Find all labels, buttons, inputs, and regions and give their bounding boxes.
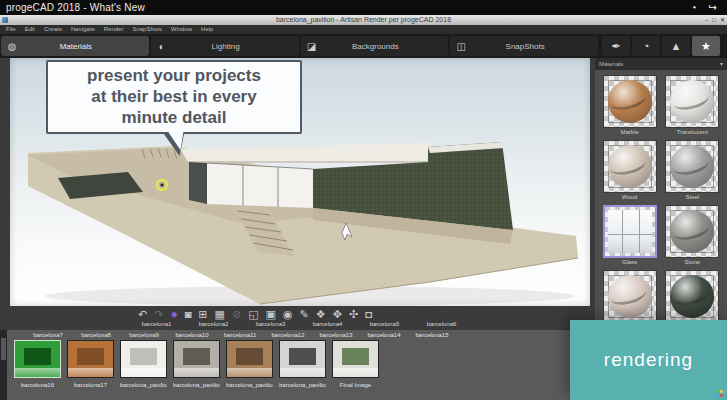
toolbar-label: barcelona3 [242,321,299,329]
filmstrip-scrollbar[interactable] [0,330,7,400]
video-topbar: progeCAD 2018 - What's New ◔ ↪ [0,0,727,15]
rendering-caption-label: rendering [604,349,693,371]
bubble-line: at their best in every [48,86,300,107]
bubble-line: present your projects [48,65,300,86]
speech-bubble: present your projects at their best in e… [46,60,302,134]
tab-snapshots[interactable]: ◫ SnapShots [450,36,598,56]
material-sphere [670,80,714,123]
walk-icon[interactable]: ❖ [316,307,326,321]
snapshot-thumb[interactable] [332,340,379,378]
snapshot-name: barcelona7 [24,332,72,340]
snapshot-name: barcelona17 [67,382,114,391]
snapshot-thumb[interactable] [279,340,326,378]
pan-icon[interactable]: ✣ [349,307,358,321]
menu-bar: File Edit Create Navigate Render SnapSho… [0,25,727,34]
materials-header-label: Materials [599,58,720,70]
materials-tab-icon: ◍ [1,41,23,52]
favorites-button[interactable]: ★ [692,36,720,56]
grid-small-icon[interactable]: ⊞ [198,307,207,321]
material-item[interactable]: Steel [664,140,720,202]
menu-edit[interactable]: Edit [25,25,35,34]
timer-button[interactable]: ◔ [632,36,660,56]
minimize-button[interactable]: – [705,15,708,25]
chevron-down-icon: ▾ [720,58,723,70]
tab-label: SnapShots [472,42,598,51]
material-label: Stone [664,258,720,267]
toolbar-label: barcelona2 [185,321,242,329]
material-label: Marble [602,128,658,137]
menu-window[interactable]: Window [171,25,192,34]
toolbar-label: barcelona1 [128,321,185,329]
snapshot-thumb[interactable] [173,340,220,378]
material-sphere [670,145,714,188]
render-viewport[interactable]: present your projects at their best in e… [10,58,590,306]
maximize-button[interactable]: □ [712,15,716,25]
tab-label: Materials [23,42,149,51]
copy-view-icon[interactable]: ◱ [248,307,258,321]
menu-create[interactable]: Create [44,25,62,34]
snapshot-name: barcelona_pavilion2 [173,382,220,391]
materials-icon[interactable]: ● [170,307,177,321]
snapshot-thumb[interactable] [120,340,167,378]
snapshot-name: barcelona10 [168,332,216,340]
material-item[interactable]: Translucent [664,75,720,137]
material-sphere [670,210,714,253]
tab-backgrounds[interactable]: ◪ Backgrounds [301,36,449,56]
snapshot-name: barcelona8 [72,332,120,340]
tab-lighting[interactable]: ◐ Lighting [151,36,299,56]
brush-button[interactable]: ✒ [602,36,630,56]
material-sphere [670,275,714,318]
watermark-logo-icon [716,390,724,398]
material-item[interactable]: Stone [664,205,720,267]
tab-label: Backgrounds [323,42,449,51]
material-item[interactable]: Marble [602,75,658,137]
material-glass-pane [608,210,652,253]
snapshot-name: barcelona15 [408,332,456,340]
material-label: Glass [602,258,658,267]
tabbar-actions: ✒ ◔ ▲ ★ [599,34,727,58]
redo-icon[interactable]: ↷ [154,307,163,321]
scrollbar-thumb[interactable] [1,338,6,360]
menu-file[interactable]: File [6,25,16,34]
material-label: Translucent [664,128,720,137]
terrain-button[interactable]: ▲ [662,36,690,56]
menu-help[interactable]: Help [201,25,213,34]
snapshot-name: barcelona_pavilion1 [120,382,167,391]
undo-icon[interactable]: ↶ [138,307,147,321]
grid-large-icon[interactable]: ▦ [215,307,225,321]
snapshot-name: barcelona11 [216,332,264,340]
snapshot-name: barcelona16 [14,382,61,391]
material-sphere [608,275,652,318]
frame-icon[interactable]: ▣ [266,307,276,321]
grid-off-icon[interactable]: ⊘ [232,307,241,321]
render-settings-icon[interactable]: ◙ [185,307,192,321]
snapshot-name: barcelona_pavilion4 [279,382,326,391]
snapshot-icon[interactable]: ◘ [365,307,372,321]
app-icon [2,17,8,23]
material-sphere [608,80,652,123]
close-button[interactable]: ✕ [720,15,725,25]
snapshot-thumb[interactable] [14,340,61,378]
menu-navigate[interactable]: Navigate [71,25,95,34]
menu-snapshots[interactable]: SnapShots [132,25,161,34]
watch-later-icon[interactable]: ◔ [691,0,697,15]
material-item[interactable]: Wood [602,140,658,202]
video-frame: progeCAD 2018 - What's New ◔ ↪ barcelona… [0,0,727,400]
material-item-selected[interactable]: Glass [602,205,658,267]
menu-render[interactable]: Render [104,25,124,34]
materials-header[interactable]: Materials ▾ [595,58,727,70]
snapshot-filmstrip: barcelona7 barcelona8 barcelona9 barcelo… [0,330,595,400]
camera-icon[interactable]: ◉ [283,307,293,321]
orbit-icon[interactable]: ✥ [333,307,342,321]
lighting-tab-icon: ◐ [151,41,173,52]
pen-icon[interactable]: ✎ [300,307,309,321]
material-sphere [608,145,652,188]
snapshot-thumb[interactable] [226,340,273,378]
tab-materials[interactable]: ◍ Materials [1,36,149,56]
snapshot-name: Final Image [332,382,379,391]
backgrounds-tab-icon: ◪ [301,41,323,52]
snapshot-thumb[interactable] [67,340,114,378]
snapshot-name: barcelona14 [360,332,408,340]
rendering-caption: rendering [570,320,727,400]
share-icon[interactable]: ↪ [709,0,717,15]
